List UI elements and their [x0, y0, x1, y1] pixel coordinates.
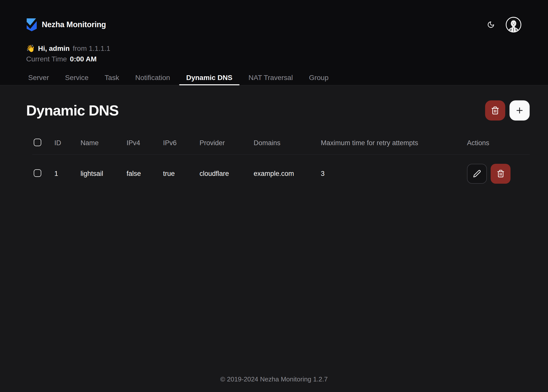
greeting-from-ip: from 1.1.1.1	[73, 44, 110, 53]
user-avatar-illustration-icon	[505, 16, 522, 33]
cell-ipv4: false	[127, 170, 163, 178]
greeting-line-2: Current Time 0:00 AM	[26, 54, 522, 64]
select-all-checkbox[interactable]	[34, 139, 41, 146]
page-head: Dynamic DNS	[26, 100, 530, 121]
greeting-username: Hi, admin	[38, 44, 70, 53]
greeting-line-1: 👋 Hi, admin from 1.1.1.1	[26, 44, 522, 53]
col-header-actions: Actions	[467, 139, 530, 147]
tab-server[interactable]: Server	[26, 70, 56, 85]
tab-service[interactable]: Service	[58, 70, 95, 85]
col-header-max-retry: Maximum time for retry attempts	[321, 139, 467, 147]
tab-nat-traversal[interactable]: NAT Traversal	[242, 70, 300, 85]
page-footer: © 2019-2024 Nezha Monitoring 1.2.7	[0, 375, 548, 392]
user-avatar[interactable]	[505, 16, 522, 33]
delete-row-button[interactable]	[491, 164, 511, 184]
tab-notification[interactable]: Notification	[128, 70, 177, 85]
add-record-button[interactable]	[510, 100, 530, 121]
cell-actions	[467, 164, 530, 184]
row-select-checkbox[interactable]	[34, 169, 41, 177]
tab-dynamic-dns[interactable]: Dynamic DNS	[179, 70, 240, 85]
theme-toggle-button[interactable]	[487, 21, 495, 28]
page-title: Dynamic DNS	[26, 102, 119, 119]
tab-group[interactable]: Group	[302, 70, 336, 85]
edit-row-button[interactable]	[467, 164, 487, 184]
app-title: Nezha Monitoring	[42, 20, 106, 29]
col-header-ipv6: IPv6	[163, 139, 200, 147]
main-content: Dynamic DNS	[0, 85, 548, 375]
wave-emoji: 👋	[26, 44, 35, 53]
current-time-label: Current Time	[26, 54, 67, 64]
cell-ipv6: true	[163, 170, 200, 178]
trash-icon	[491, 106, 499, 115]
pencil-icon	[473, 170, 481, 178]
col-header-ipv4: IPv4	[127, 139, 163, 147]
greeting-block: 👋 Hi, admin from 1.1.1.1 Current Time 0:…	[26, 44, 522, 64]
main-nav-tabs: Server Service Task Notification Dynamic…	[26, 70, 522, 85]
plus-icon	[515, 106, 524, 115]
current-time-value: 0:00 AM	[70, 54, 97, 64]
col-header-id: ID	[54, 139, 81, 147]
nezha-logo-icon	[26, 18, 37, 32]
cell-provider: cloudflare	[200, 170, 254, 178]
table-header-row: ID Name IPv4 IPv6 Provider Domains Maxim…	[32, 132, 530, 155]
col-header-domains: Domains	[254, 139, 321, 147]
nezha-dashboard: Nezha Monitoring	[0, 0, 548, 392]
cell-domains: example.com	[254, 170, 321, 178]
cell-id: 1	[54, 170, 81, 178]
header-select-cell	[32, 139, 54, 147]
ddns-table: ID Name IPv4 IPv6 Provider Domains Maxim…	[32, 132, 530, 192]
brand-row: Nezha Monitoring	[26, 16, 522, 34]
moon-icon	[487, 21, 495, 28]
cell-max-retry: 3	[321, 170, 467, 178]
copyright-text: © 2019-2024 Nezha Monitoring 1.2.7	[220, 375, 328, 383]
page-toolbar	[485, 100, 530, 121]
bulk-delete-button[interactable]	[485, 100, 505, 121]
brand: Nezha Monitoring	[26, 18, 106, 32]
cell-name: lightsail	[81, 170, 127, 178]
col-header-name: Name	[81, 139, 127, 147]
table-row: 1 lightsail false true cloudflare exampl…	[32, 155, 530, 192]
trash-icon	[497, 170, 505, 178]
topbar-right	[487, 16, 522, 33]
top-header: Nezha Monitoring	[0, 0, 548, 85]
row-select-cell	[32, 169, 54, 178]
tab-task[interactable]: Task	[98, 70, 126, 85]
col-header-provider: Provider	[200, 139, 254, 147]
